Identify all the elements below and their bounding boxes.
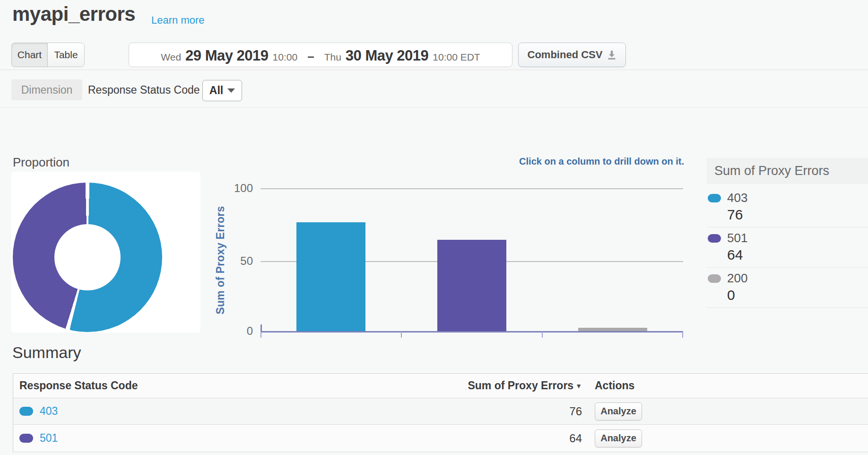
- table-header-row: Response Status Code Sum of Proxy Errors…: [13, 374, 868, 398]
- legend-swatch-501: [708, 234, 721, 243]
- chart-toggle-button[interactable]: Chart: [11, 43, 47, 67]
- row-swatch-501: [19, 434, 33, 443]
- bar-column-200[interactable]: [578, 328, 647, 331]
- bar-column-501[interactable]: [437, 240, 506, 331]
- legend-label: 501: [727, 231, 747, 245]
- x-axis-tick: [401, 332, 402, 338]
- legend-swatch-403: [708, 194, 721, 202]
- legend-value: 76: [727, 207, 868, 223]
- proportion-chart-card: [11, 172, 200, 332]
- end-day: Thu: [324, 52, 341, 63]
- download-icon: [607, 50, 616, 60]
- legend-value: 64: [727, 247, 868, 263]
- proportion-title: Proportion: [13, 155, 69, 170]
- learn-more-link[interactable]: Learn more: [151, 14, 205, 26]
- bar-chart: [260, 184, 683, 337]
- analyze-button[interactable]: Analyze: [595, 429, 642, 447]
- column-header-measure[interactable]: Sum of Proxy Errors ▼: [348, 374, 582, 398]
- row-swatch-403: [19, 407, 33, 416]
- donut-chart[interactable]: [13, 183, 162, 332]
- filter-dropdown[interactable]: All: [202, 80, 242, 101]
- y-axis-line: [260, 324, 262, 331]
- table-toggle-button[interactable]: Table: [47, 43, 85, 67]
- start-day: Wed: [161, 52, 181, 63]
- gridline-100: [260, 188, 683, 189]
- x-axis-line: [260, 331, 683, 332]
- chevron-down-icon: [227, 88, 235, 93]
- legend-item: 403 76: [707, 187, 868, 228]
- y-tick-50: 50: [210, 254, 253, 268]
- filter-value: All: [209, 84, 223, 97]
- end-time: 10:00 EDT: [433, 52, 480, 63]
- start-time: 10:00: [273, 52, 298, 63]
- sort-descending-icon: ▼: [575, 382, 582, 390]
- dimension-divider: [0, 107, 868, 108]
- status-code-link-403[interactable]: 403: [40, 405, 58, 418]
- date-range-picker[interactable]: Wed 29 May 2019 10:00 – Thu 30 May 2019 …: [129, 43, 512, 67]
- row-value: 76: [569, 405, 582, 418]
- y-tick-100: 100: [210, 181, 253, 195]
- donut-hole: [54, 224, 121, 290]
- column-header-dimension: Response Status Code: [19, 379, 138, 392]
- dimension-label: Dimension: [11, 79, 82, 100]
- bar-column-403[interactable]: [296, 222, 365, 331]
- drilldown-note: Click on a column to drill down on it.: [519, 156, 684, 167]
- analyze-button[interactable]: Analyze: [595, 402, 642, 420]
- x-axis-tick: [682, 332, 683, 338]
- legend-value: 0: [727, 287, 868, 303]
- header-divider: [0, 70, 868, 70]
- summary-title: Summary: [12, 343, 81, 362]
- legend-item: 501 64: [707, 228, 868, 268]
- end-date: 30 May 2019: [346, 47, 428, 64]
- table-row: 403 76 Analyze: [13, 398, 868, 425]
- x-axis-tick: [260, 332, 261, 338]
- y-tick-0: 0: [210, 324, 253, 338]
- legend-swatch-200: [708, 274, 721, 283]
- legend-item: 200 0: [707, 268, 868, 308]
- column-header-actions: Actions: [595, 379, 634, 392]
- date-range-separator: –: [307, 49, 314, 64]
- report-page: myapi_errors Learn more Chart Table Wed …: [0, 0, 868, 455]
- combined-csv-label: Combined CSV: [528, 49, 603, 61]
- page-title: myapi_errors: [12, 3, 135, 26]
- legend-label: 403: [727, 191, 747, 205]
- table-row: 501 64 Analyze: [13, 425, 868, 452]
- combined-csv-button[interactable]: Combined CSV: [518, 43, 626, 67]
- row-value: 64: [569, 432, 582, 445]
- status-code-link-501[interactable]: 501: [40, 432, 58, 445]
- x-axis-tick: [542, 332, 543, 338]
- chart-legend: Sum of Proxy Errors 403 76 501 64 20: [707, 158, 868, 308]
- legend-label: 200: [727, 271, 747, 286]
- dimension-name: Response Status Code: [88, 79, 200, 100]
- legend-title: Sum of Proxy Errors: [707, 158, 868, 184]
- view-toggle: Chart Table: [11, 43, 85, 67]
- summary-table: Response Status Code Sum of Proxy Errors…: [13, 373, 868, 452]
- start-date: 29 May 2019: [185, 47, 268, 64]
